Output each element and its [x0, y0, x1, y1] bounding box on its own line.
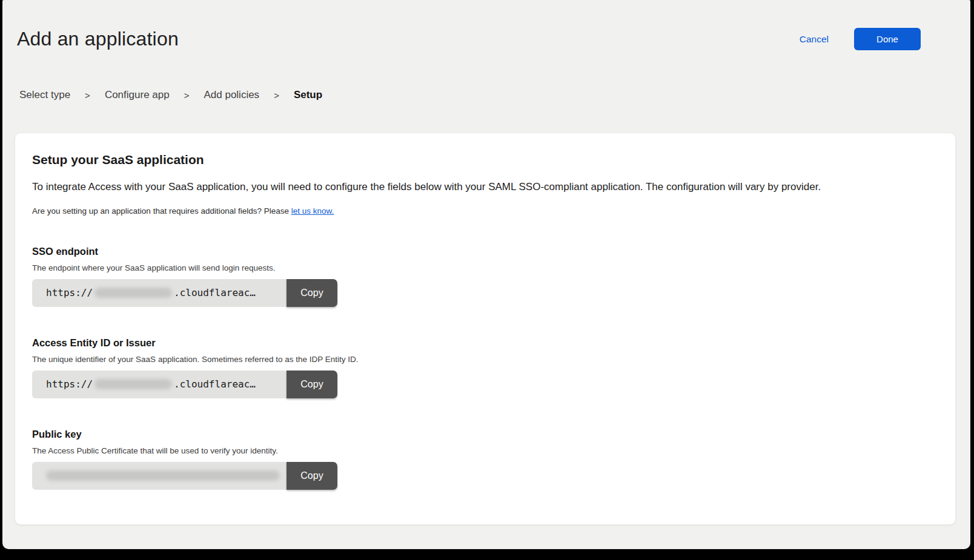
page-title: Add an application: [17, 28, 179, 50]
breadcrumb-step-select-type[interactable]: Select type: [19, 89, 70, 101]
breadcrumb: Select type > Configure app > Add polici…: [2, 50, 970, 101]
field-label: Public key: [32, 429, 938, 440]
field-value: https://.cloudflareac…: [32, 279, 287, 307]
field-label: SSO endpoint: [32, 246, 938, 257]
breadcrumb-separator: >: [274, 90, 279, 100]
sso-endpoint-section: SSO endpoint The endpoint where your Saa…: [32, 246, 938, 307]
field-row: Copy: [32, 462, 337, 490]
page-header: Add an application Cancel Done: [2, 0, 970, 50]
field-value: https://.cloudflareac…: [32, 371, 287, 398]
field-value: [32, 462, 287, 490]
card-heading: Setup your SaaS application: [32, 153, 938, 167]
redacted-value: [94, 379, 172, 389]
access-entity-id-section: Access Entity ID or Issuer The unique id…: [32, 337, 938, 398]
field-row: https://.cloudflareac… Copy: [32, 279, 337, 307]
value-prefix: https://: [46, 378, 93, 390]
field-row: https://.cloudflareac… Copy: [32, 371, 337, 398]
field-description: The Access Public Certificate that will …: [32, 446, 938, 455]
field-description: The unique identifier of your SaaS appli…: [32, 355, 938, 364]
value-suffix: .cloudflareac…: [174, 378, 256, 390]
value-prefix: https://: [46, 287, 93, 298]
copy-button[interactable]: Copy: [287, 371, 337, 398]
redacted-value: [46, 470, 280, 481]
value-suffix: .cloudflareac…: [174, 287, 256, 298]
breadcrumb-separator: >: [85, 90, 90, 100]
copy-button[interactable]: Copy: [287, 462, 337, 490]
header-actions: Cancel Done: [800, 28, 921, 50]
page: Add an application Cancel Done Select ty…: [2, 0, 970, 549]
breadcrumb-step-configure-app[interactable]: Configure app: [105, 89, 170, 101]
note-text: Are you setting up an application that r…: [32, 206, 289, 216]
intro-text: To integrate Access with your SaaS appli…: [32, 180, 938, 194]
field-label: Access Entity ID or Issuer: [32, 337, 938, 349]
public-key-section: Public key The Access Public Certificate…: [32, 429, 938, 490]
copy-button[interactable]: Copy: [287, 279, 337, 307]
redacted-value: [94, 288, 172, 298]
cancel-button[interactable]: Cancel: [800, 34, 829, 45]
let-us-know-link[interactable]: let us know.: [291, 206, 334, 216]
done-button[interactable]: Done: [854, 28, 921, 50]
field-description: The endpoint where your SaaS application…: [32, 263, 938, 272]
setup-card: Setup your SaaS application To integrate…: [15, 133, 956, 525]
breadcrumb-step-setup: Setup: [294, 89, 322, 101]
additional-fields-note: Are you setting up an application that r…: [32, 206, 938, 216]
breadcrumb-step-add-policies[interactable]: Add policies: [204, 89, 259, 101]
breadcrumb-separator: >: [184, 90, 190, 100]
